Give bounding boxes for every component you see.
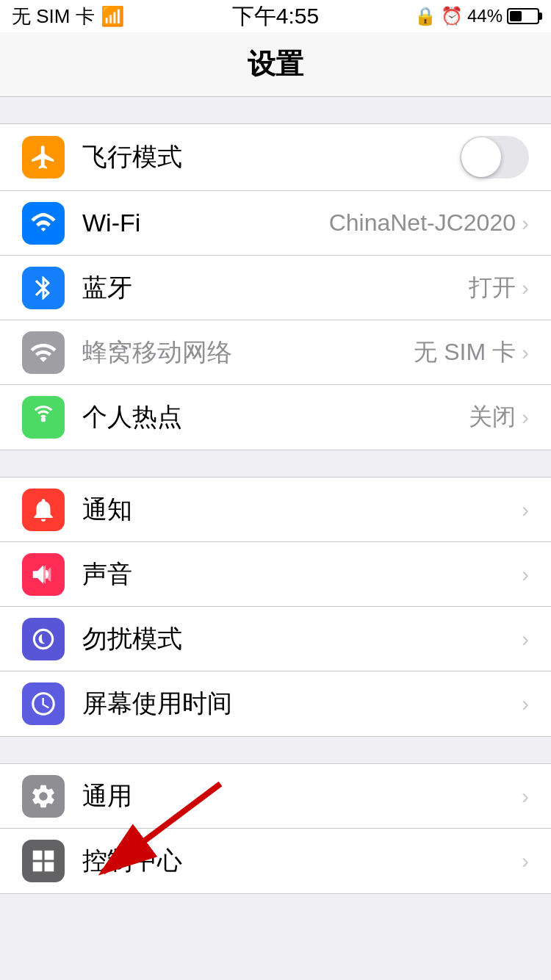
icon-bluetooth [22, 267, 65, 309]
settings-group-network: 飞行模式 Wi-Fi ChinaNet-JC2020 › [0, 123, 551, 450]
row-right-wifi: ChinaNet-JC2020 › [329, 209, 529, 237]
row-content-airplane: 飞行模式 [82, 124, 529, 190]
section-gap-3 [0, 737, 551, 763]
row-content-general: 通用 › [82, 768, 529, 825]
dnd-svg [29, 625, 57, 653]
status-left: 无 SIM 卡 📶 [12, 4, 124, 29]
icon-screentime [22, 682, 65, 725]
chevron-dnd: › [522, 627, 529, 652]
label-sounds: 声音 [82, 558, 132, 591]
chevron-cellular: › [522, 340, 529, 365]
label-general: 通用 [82, 779, 132, 813]
sounds-svg [29, 561, 57, 588]
value-hotspot: 关闭 [469, 401, 516, 433]
wifi-svg [29, 209, 57, 237]
chevron-controlcenter: › [522, 849, 529, 873]
row-right-dnd: › [522, 627, 529, 652]
icon-dnd [22, 618, 65, 660]
row-wifi[interactable]: Wi-Fi ChinaNet-JC2020 › [0, 191, 551, 256]
label-notifications: 通知 [82, 493, 132, 527]
chevron-bluetooth: › [522, 275, 529, 300]
hotspot-svg [29, 403, 57, 431]
chevron-wifi: › [522, 211, 529, 236]
wifi-status-icon: 📶 [101, 5, 124, 28]
icon-sounds [22, 553, 65, 596]
bottom-gap [0, 894, 551, 953]
value-bluetooth: 打开 [469, 272, 516, 304]
nav-bar: 设置 [0, 32, 551, 97]
settings-group-general: 通用 › 控制 [0, 763, 551, 894]
icon-general [22, 775, 65, 818]
row-content-bluetooth: 蓝牙 打开 › [82, 259, 529, 317]
page-wrapper: 无 SIM 卡 📶 下午4:55 🔒 ⏰ 44% 设置 飞行模式 [0, 0, 551, 953]
row-content-dnd: 勿扰模式 › [82, 610, 529, 668]
row-screentime[interactable]: 屏幕使用时间 › [0, 671, 551, 736]
row-general[interactable]: 通用 › [0, 764, 551, 829]
notifications-svg [29, 496, 57, 524]
bluetooth-svg [29, 274, 57, 302]
row-cellular[interactable]: 蜂窝移动网络 无 SIM 卡 › [0, 320, 551, 385]
row-content-controlcenter: 控制中心 › [82, 832, 529, 890]
battery-icon [507, 8, 539, 24]
section-gap-2 [0, 450, 551, 477]
row-content-cellular: 蜂窝移动网络 无 SIM 卡 › [82, 324, 529, 381]
row-right-notifications: › [522, 497, 529, 522]
toggle-airplane[interactable] [460, 136, 529, 179]
row-content-sounds: 声音 › [82, 546, 529, 603]
value-cellular: 无 SIM 卡 [414, 336, 516, 369]
general-svg [29, 782, 57, 810]
cellular-svg [29, 339, 57, 367]
row-content-wifi: Wi-Fi ChinaNet-JC2020 › [82, 197, 529, 249]
status-right: 🔒 ⏰ 44% [414, 6, 539, 26]
battery-percent: 44% [467, 6, 503, 26]
row-right-cellular: 无 SIM 卡 › [414, 336, 529, 369]
section-gap-1 [0, 97, 551, 123]
lock-icon: 🔒 [414, 6, 436, 26]
row-right-bluetooth: 打开 › [469, 272, 529, 304]
toggle-knob-airplane [461, 137, 501, 177]
screentime-svg [29, 690, 57, 718]
label-airplane: 飞行模式 [82, 140, 182, 174]
icon-cellular [22, 331, 65, 374]
row-airplane[interactable]: 飞行模式 [0, 124, 551, 191]
label-controlcenter: 控制中心 [82, 844, 182, 878]
row-content-screentime: 屏幕使用时间 › [82, 675, 529, 732]
icon-wifi [22, 202, 65, 245]
airplane-svg [29, 143, 57, 171]
row-right-general: › [522, 784, 529, 809]
icon-airplane [22, 136, 65, 179]
icon-notifications [22, 489, 65, 531]
row-controlcenter[interactable]: 控制中心 › [0, 829, 551, 893]
label-hotspot: 个人热点 [82, 400, 182, 434]
row-dnd[interactable]: 勿扰模式 › [0, 607, 551, 671]
row-notifications[interactable]: 通知 › [0, 478, 551, 542]
page-title: 设置 [248, 46, 303, 83]
status-time: 下午4:55 [232, 1, 319, 32]
label-cellular: 蜂窝移动网络 [82, 336, 232, 370]
chevron-hotspot: › [522, 405, 529, 430]
value-wifi: ChinaNet-JC2020 [329, 209, 516, 237]
label-bluetooth: 蓝牙 [82, 271, 132, 305]
chevron-screentime: › [522, 691, 529, 716]
chevron-general: › [522, 784, 529, 809]
row-hotspot[interactable]: 个人热点 关闭 › [0, 385, 551, 450]
label-dnd: 勿扰模式 [82, 622, 182, 656]
sim-status: 无 SIM 卡 [12, 4, 95, 29]
row-sounds[interactable]: 声音 › [0, 542, 551, 607]
row-content-hotspot: 个人热点 关闭 › [82, 389, 529, 446]
icon-controlcenter [22, 840, 65, 882]
row-right-sounds: › [522, 562, 529, 587]
chevron-sounds: › [522, 562, 529, 587]
settings-group-notifications: 通知 › 声音 › [0, 477, 551, 737]
row-bluetooth[interactable]: 蓝牙 打开 › [0, 256, 551, 320]
row-right-screentime: › [522, 691, 529, 716]
row-right-hotspot: 关闭 › [469, 401, 529, 433]
row-right-controlcenter: › [522, 849, 529, 873]
icon-hotspot [22, 396, 65, 439]
status-bar: 无 SIM 卡 📶 下午4:55 🔒 ⏰ 44% [0, 0, 551, 32]
chevron-notifications: › [522, 497, 529, 522]
label-wifi: Wi-Fi [82, 209, 140, 237]
controlcenter-svg [29, 847, 57, 875]
label-screentime: 屏幕使用时间 [82, 687, 232, 721]
row-content-notifications: 通知 › [82, 481, 529, 538]
